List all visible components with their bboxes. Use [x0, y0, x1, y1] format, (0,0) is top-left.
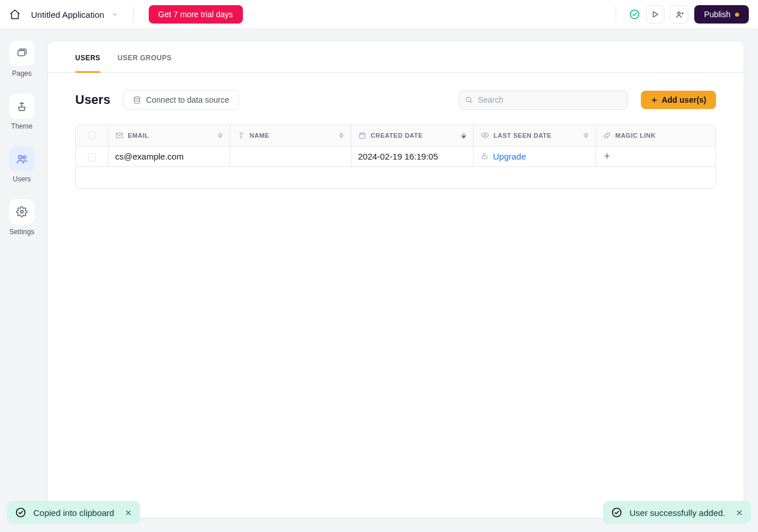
- lock-open-icon: [481, 152, 489, 160]
- sidebar-item-theme[interactable]: Theme: [9, 94, 34, 130]
- upgrade-link[interactable]: Upgrade: [493, 152, 527, 161]
- svg-point-5: [21, 211, 24, 213]
- close-icon[interactable]: [736, 509, 743, 517]
- checkbox-all[interactable]: [88, 131, 96, 139]
- sidebar-item-label: Settings: [9, 228, 34, 236]
- calendar-icon: [358, 131, 366, 139]
- users-table: EMAIL: [75, 125, 716, 189]
- eye-icon: [481, 131, 489, 139]
- svg-point-10: [484, 134, 486, 137]
- search-wrap: [459, 90, 628, 110]
- text-icon: [237, 131, 245, 139]
- link-icon: [603, 131, 611, 139]
- search-icon: [465, 96, 473, 104]
- separator: [616, 6, 616, 22]
- svg-rect-2: [18, 51, 25, 56]
- pages-icon: [9, 41, 34, 66]
- main-panel: USERS USER GROUPS Users Connect to data …: [47, 41, 744, 518]
- add-user-label: Add user(s): [662, 95, 706, 104]
- gear-icon: [9, 199, 34, 224]
- app-title-wrap[interactable]: Untitled Application: [31, 10, 118, 20]
- preview-button[interactable]: [646, 5, 664, 24]
- svg-point-7: [466, 97, 471, 102]
- plus-icon: [603, 152, 709, 160]
- table-spacer: [76, 166, 716, 188]
- col-checkbox: [76, 125, 108, 146]
- trial-button[interactable]: Get 7 more trial days: [149, 5, 243, 24]
- sort-icon: [461, 132, 466, 139]
- toast-user-added: User successfully added.: [603, 501, 751, 524]
- theme-icon: [9, 94, 34, 119]
- chevron-down-icon: [111, 11, 118, 18]
- status-dot-icon: [735, 13, 739, 17]
- add-user-button[interactable]: Add user(s): [641, 91, 716, 109]
- toast-text: Copied into clipboard: [33, 508, 114, 518]
- sort-icon: [583, 132, 589, 139]
- header-label: MAGIC LINK: [616, 132, 656, 139]
- user-plus-icon: [675, 10, 684, 19]
- sidebar-item-pages[interactable]: Pages: [9, 41, 34, 77]
- header-label: LAST SEEN DATE: [494, 132, 552, 139]
- page-title: Users: [75, 92, 110, 107]
- play-icon: [651, 10, 659, 18]
- topbar-right: Publish: [609, 5, 749, 24]
- table-row[interactable]: cs@example.com 2024-02-19 16:19:05 Upgra…: [76, 146, 716, 166]
- check-circle-icon: [611, 507, 622, 518]
- svg-point-13: [613, 508, 621, 517]
- tabs: USERS USER GROUPS: [48, 41, 744, 73]
- cell-last-seen: Upgrade: [473, 146, 595, 166]
- publish-label: Publish: [704, 10, 730, 19]
- publish-button[interactable]: Publish: [694, 5, 749, 24]
- mail-icon: [115, 131, 123, 139]
- separator: [133, 6, 134, 22]
- plus-icon: [651, 96, 658, 104]
- col-created[interactable]: CREATED DATE: [351, 125, 473, 146]
- col-email[interactable]: EMAIL: [108, 125, 230, 146]
- sidebar-item-label: Pages: [12, 69, 32, 77]
- connect-data-source-button[interactable]: Connect to data source: [123, 90, 239, 110]
- svg-rect-11: [482, 156, 486, 158]
- check-circle-icon: [15, 507, 26, 518]
- app-title: Untitled Application: [31, 10, 105, 20]
- connect-button-label: Connect to data source: [146, 95, 229, 104]
- svg-point-1: [678, 11, 680, 14]
- sidebar-item-users[interactable]: Users: [9, 146, 34, 183]
- sidebar-item-label: Theme: [11, 122, 32, 130]
- search-input[interactable]: [459, 90, 628, 110]
- close-icon[interactable]: [125, 509, 132, 517]
- row-checkbox[interactable]: [88, 153, 96, 161]
- layout: Pages Theme Users Settings USERS USER GR…: [0, 29, 758, 532]
- col-name[interactable]: NAME: [230, 125, 351, 146]
- database-icon: [133, 96, 141, 104]
- header-label: CREATED DATE: [371, 132, 423, 139]
- sort-icon: [339, 132, 344, 139]
- sidebar: Pages Theme Users Settings: [0, 29, 44, 532]
- col-magic-link: MAGIC LINK: [595, 125, 716, 146]
- status-check-icon[interactable]: [629, 9, 640, 20]
- cell-magic-link[interactable]: [595, 146, 716, 166]
- toast-text: User successfully added.: [629, 508, 725, 518]
- cell-name: [230, 146, 351, 166]
- tab-user-groups[interactable]: USER GROUPS: [118, 41, 172, 72]
- sort-icon: [218, 132, 223, 139]
- users-icon: [9, 146, 34, 172]
- col-last-seen[interactable]: LAST SEEN DATE: [473, 125, 595, 146]
- sidebar-item-label: Users: [13, 175, 30, 183]
- header-label: EMAIL: [128, 132, 149, 139]
- invite-user-button[interactable]: [670, 5, 689, 24]
- toast-clipboard: Copied into clipboard: [7, 501, 140, 524]
- svg-rect-9: [359, 133, 365, 138]
- sidebar-item-settings[interactable]: Settings: [9, 199, 34, 236]
- cell-email: cs@example.com: [108, 146, 230, 166]
- home-icon[interactable]: [9, 9, 21, 20]
- svg-point-0: [631, 10, 639, 19]
- trial-button-label: Get 7 more trial days: [158, 10, 233, 19]
- svg-point-3: [18, 156, 22, 159]
- svg-point-12: [17, 508, 25, 517]
- topbar: Untitled Application Get 7 more trial da…: [0, 0, 758, 29]
- cell-created: 2024-02-19 16:19:05: [351, 146, 473, 166]
- content-header: Users Connect to data source Add user(s): [48, 73, 744, 119]
- svg-point-6: [134, 96, 140, 99]
- tab-users[interactable]: USERS: [75, 41, 100, 72]
- header-label: NAME: [250, 132, 269, 139]
